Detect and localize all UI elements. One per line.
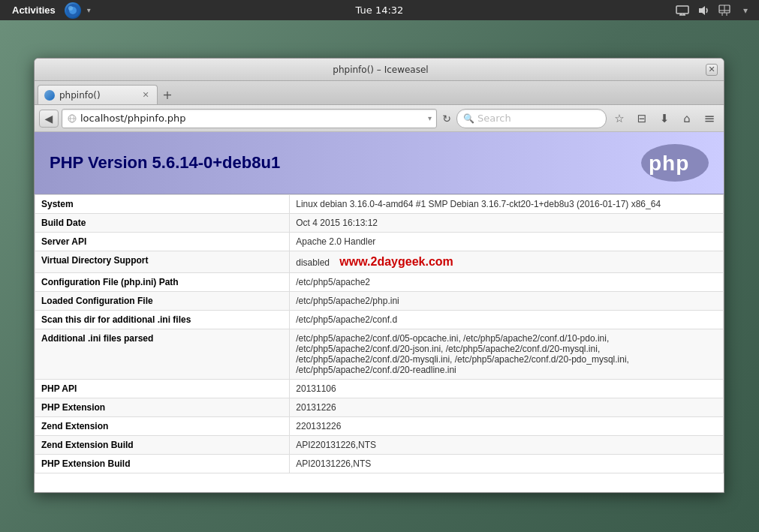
top-bar: Activities ▾ Tue 14:32 bbox=[0, 0, 759, 20]
url-bar[interactable]: localhost/phpinfo.php ▾ bbox=[62, 109, 437, 128]
menu-down-icon[interactable]: ▾ bbox=[738, 3, 753, 18]
new-tab-button[interactable]: + bbox=[159, 86, 176, 103]
tab-favicon bbox=[44, 90, 55, 101]
row-value: Oct 4 2015 16:13:12 bbox=[290, 214, 724, 233]
row-value: /etc/php5/apache2/conf.d bbox=[290, 311, 724, 329]
row-value: /etc/php5/apache2 bbox=[290, 273, 724, 292]
reload-icon: ↻ bbox=[442, 113, 451, 125]
bookmark-star-button[interactable]: ☆ bbox=[610, 110, 629, 128]
phpinfo-page: PHP Version 5.6.14-0+deb8u1 php SystemLi… bbox=[35, 132, 724, 492]
row-label: Scan this dir for additional .ini files bbox=[35, 311, 290, 329]
close-button[interactable]: ✕ bbox=[706, 64, 718, 76]
search-bar[interactable]: 🔍 Search bbox=[456, 109, 607, 128]
row-label: Virtual Directory Support bbox=[35, 251, 290, 273]
search-placeholder: Search bbox=[477, 113, 511, 124]
browser-window: phpinfo() – Iceweasel ✕ phpinfo() ✕ + ◀ bbox=[34, 58, 724, 493]
row-label: Loaded Configuration File bbox=[35, 292, 290, 311]
tab-close-button[interactable]: ✕ bbox=[140, 90, 151, 101]
bookmarks-list-icon: ⊟ bbox=[637, 112, 647, 125]
volume-icon[interactable] bbox=[696, 3, 711, 18]
svg-rect-3 bbox=[676, 6, 688, 14]
screen-icon[interactable] bbox=[675, 3, 690, 18]
table-row: Server APIApache 2.0 Handler bbox=[35, 233, 724, 251]
watermark-text: www.2daygeek.com bbox=[339, 255, 453, 268]
svg-point-2 bbox=[68, 6, 73, 11]
network-icon[interactable] bbox=[717, 3, 732, 18]
download-icon: ⬇ bbox=[660, 112, 670, 125]
table-row: Build DateOct 4 2015 16:13:12 bbox=[35, 214, 724, 233]
svg-text:php: php bbox=[649, 152, 689, 175]
hamburger-menu-button[interactable]: ≡ bbox=[700, 110, 719, 128]
reload-button[interactable]: ↻ bbox=[440, 112, 453, 125]
row-label: Build Date bbox=[35, 214, 290, 233]
url-favicon-icon bbox=[67, 113, 77, 124]
row-label: Zend Extension Build bbox=[35, 436, 290, 455]
home-icon: ⌂ bbox=[683, 112, 691, 125]
bookmarks-list-button[interactable]: ⊟ bbox=[632, 110, 652, 128]
app-menu-icon bbox=[65, 2, 81, 19]
app-menu[interactable]: ▾ bbox=[65, 2, 91, 19]
bookmark-star-icon: ☆ bbox=[614, 112, 624, 125]
top-bar-clock: Tue 14:32 bbox=[356, 5, 404, 16]
window-title: phpinfo() – Iceweasel bbox=[56, 65, 706, 75]
row-label: Server API bbox=[35, 233, 290, 251]
browser-tab[interactable]: phpinfo() ✕ bbox=[38, 85, 158, 104]
row-value: API20131226,NTS bbox=[290, 455, 724, 473]
row-value: /etc/php5/apache2/conf.d/05-opcache.ini,… bbox=[290, 329, 724, 380]
php-logo: php bbox=[641, 144, 709, 182]
top-bar-right: ▾ bbox=[675, 3, 753, 18]
download-button[interactable]: ⬇ bbox=[655, 110, 674, 128]
search-icon: 🔍 bbox=[463, 113, 474, 124]
svg-marker-7 bbox=[699, 6, 705, 15]
info-table: SystemLinux debian 3.16.0-4-amd64 #1 SMP… bbox=[35, 194, 724, 473]
desktop: phpinfo() – Iceweasel ✕ phpinfo() ✕ + ◀ bbox=[0, 20, 759, 532]
table-row: Zend Extension220131226 bbox=[35, 417, 724, 436]
table-row: Configuration File (php.ini) Path/etc/ph… bbox=[35, 273, 724, 292]
title-bar: phpinfo() – Iceweasel ✕ bbox=[35, 59, 724, 81]
browser-content: PHP Version 5.6.14-0+deb8u1 php SystemLi… bbox=[35, 132, 724, 492]
row-value: Apache 2.0 Handler bbox=[290, 233, 724, 251]
row-value: API220131226,NTS bbox=[290, 436, 724, 455]
row-label: PHP API bbox=[35, 380, 290, 398]
table-row: Additional .ini files parsed/etc/php5/ap… bbox=[35, 329, 724, 380]
table-row: PHP Extension20131226 bbox=[35, 398, 724, 417]
table-row: PHP API20131106 bbox=[35, 380, 724, 398]
row-label: Zend Extension bbox=[35, 417, 290, 436]
row-value: Linux debian 3.16.0-4-amd64 #1 SMP Debia… bbox=[290, 195, 724, 214]
tab-label: phpinfo() bbox=[59, 90, 101, 101]
back-button[interactable]: ◀ bbox=[39, 110, 59, 128]
activities-button[interactable]: Activities bbox=[6, 3, 62, 17]
top-bar-left: Activities ▾ bbox=[6, 2, 91, 19]
php-header: PHP Version 5.6.14-0+deb8u1 php bbox=[35, 132, 724, 194]
table-row: Scan this dir for additional .ini files/… bbox=[35, 311, 724, 329]
url-dropdown-icon[interactable]: ▾ bbox=[428, 114, 432, 122]
row-label: Additional .ini files parsed bbox=[35, 329, 290, 380]
app-menu-arrow: ▾ bbox=[87, 6, 91, 14]
row-label: System bbox=[35, 195, 290, 214]
hamburger-menu-icon: ≡ bbox=[703, 110, 715, 126]
row-label: PHP Extension Build bbox=[35, 455, 290, 473]
table-row: Zend Extension BuildAPI220131226,NTS bbox=[35, 436, 724, 455]
table-row: Virtual Directory Supportdisabled www.2d… bbox=[35, 251, 724, 273]
table-row: Loaded Configuration File/etc/php5/apach… bbox=[35, 292, 724, 311]
row-value: disabled www.2daygeek.com bbox=[290, 251, 724, 273]
row-value: 20131106 bbox=[290, 380, 724, 398]
url-text: localhost/phpinfo.php bbox=[80, 113, 425, 124]
php-logo-svg: php bbox=[641, 144, 709, 182]
nav-bar: ◀ localhost/phpinfo.php ▾ ↻ 🔍 Search bbox=[35, 105, 724, 132]
scroll-container[interactable]: PHP Version 5.6.14-0+deb8u1 php SystemLi… bbox=[35, 132, 724, 492]
php-version: PHP Version 5.6.14-0+deb8u1 bbox=[50, 153, 280, 173]
row-value: /etc/php5/apache2/php.ini bbox=[290, 292, 724, 311]
row-value: 20131226 bbox=[290, 398, 724, 417]
back-icon: ◀ bbox=[45, 113, 53, 125]
home-button[interactable]: ⌂ bbox=[677, 110, 697, 128]
row-label: PHP Extension bbox=[35, 398, 290, 417]
table-row: SystemLinux debian 3.16.0-4-amd64 #1 SMP… bbox=[35, 195, 724, 214]
tab-bar: phpinfo() ✕ + bbox=[35, 81, 724, 105]
table-row: PHP Extension BuildAPI20131226,NTS bbox=[35, 455, 724, 473]
row-label: Configuration File (php.ini) Path bbox=[35, 273, 290, 292]
row-value: 220131226 bbox=[290, 417, 724, 436]
